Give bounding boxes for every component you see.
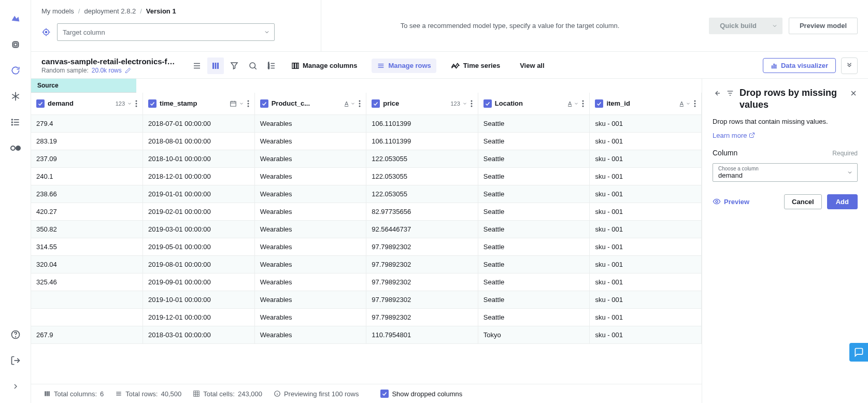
svg-rect-17 <box>212 63 214 69</box>
checkbox-checked-icon[interactable] <box>260 99 268 108</box>
column-menu-icon[interactable] <box>246 100 250 107</box>
search-icon[interactable] <box>245 57 261 74</box>
svg-rect-27 <box>292 63 294 68</box>
column-header[interactable]: price 123 <box>366 93 478 114</box>
manage-columns-button[interactable]: Manage columns <box>286 59 362 73</box>
table-cell: 2019-12-01 00:00:00 <box>143 308 255 326</box>
show-dropped-toggle[interactable]: Show dropped columns <box>380 390 462 398</box>
table-cell: sku - 001 <box>590 114 702 132</box>
breadcrumb-root[interactable]: My models <box>41 7 74 15</box>
svg-point-44 <box>247 103 249 104</box>
table-cell: sku - 001 <box>590 185 702 203</box>
more-menu-button[interactable] <box>841 57 858 74</box>
table-row[interactable]: 325.462019-09-01 00:00:00Wearables97.798… <box>31 273 702 291</box>
column-menu-icon[interactable] <box>358 100 362 107</box>
svg-point-13 <box>46 32 47 33</box>
table-cell: Seattle <box>478 203 590 220</box>
column-menu-icon[interactable] <box>581 100 585 107</box>
add-button[interactable]: Add <box>827 194 858 209</box>
grid-footer: Total columns: 6 Total rows: 40,500 Tota… <box>31 384 702 403</box>
source-tab[interactable]: Source <box>31 79 136 93</box>
table-row[interactable]: 237.092018-10-01 00:00:00Wearables122.05… <box>31 150 702 167</box>
table-cell: 283.19 <box>31 132 143 150</box>
checkbox-checked-icon[interactable] <box>372 99 380 108</box>
chip-icon[interactable] <box>9 38 22 51</box>
time-series-button[interactable]: Time series <box>446 59 505 73</box>
grid-view-icon[interactable] <box>207 57 224 74</box>
learn-more-link[interactable]: Learn more <box>713 132 858 139</box>
quick-build-button[interactable]: Quick build <box>709 18 767 34</box>
table-row[interactable]: 279.42018-07-01 00:00:00Wearables106.110… <box>31 114 702 132</box>
expand-nav-icon[interactable] <box>9 380 22 393</box>
column-header[interactable]: time_stamp <box>143 93 255 114</box>
table-row[interactable]: 320.042019-08-01 00:00:00Wearables97.798… <box>31 255 702 273</box>
help-icon[interactable] <box>9 328 22 341</box>
table-row[interactable]: 420.272019-02-01 00:00:00Wearables82.977… <box>31 203 702 220</box>
data-visualizer-button[interactable]: Data visualizer <box>763 58 836 73</box>
view-all-button[interactable]: View all <box>515 59 549 73</box>
total-columns: Total columns: 6 <box>44 390 104 398</box>
pencil-icon[interactable] <box>125 67 131 74</box>
table-cell: 2019-02-01 00:00:00 <box>143 203 255 220</box>
table-cell: Seattle <box>478 255 590 273</box>
table-cell: 2019-10-01 00:00:00 <box>143 291 255 308</box>
column-header[interactable]: Location A <box>478 93 590 114</box>
quick-build-dropdown[interactable] <box>767 18 782 34</box>
column-menu-icon[interactable] <box>693 100 697 107</box>
required-label: Required <box>832 150 858 157</box>
table-cell: Seattle <box>478 220 590 238</box>
table-cell: Wearables <box>254 238 366 255</box>
checkbox-checked-icon[interactable] <box>148 99 156 108</box>
side-panel: Drop rows by missing values Drop rows th… <box>702 79 868 403</box>
checkbox-checked-icon[interactable] <box>36 99 45 108</box>
manage-rows-button[interactable]: Manage rows <box>372 59 436 73</box>
list-icon[interactable] <box>9 116 22 128</box>
cancel-button[interactable]: Cancel <box>784 194 822 209</box>
close-icon[interactable] <box>849 89 858 97</box>
column-header[interactable]: demand 123 <box>31 93 143 114</box>
table-cell: Wearables <box>254 203 366 220</box>
column-header[interactable]: item_id A <box>590 93 702 114</box>
table-row[interactable]: 350.822019-03-01 00:00:00Wearables92.564… <box>31 220 702 238</box>
toggle-icon[interactable] <box>9 142 22 154</box>
table-cell: sku - 001 <box>590 308 702 326</box>
table-cell: 237.09 <box>31 150 143 167</box>
svg-point-20 <box>250 63 255 68</box>
back-icon[interactable] <box>713 89 721 97</box>
target-column-select[interactable]: Target column <box>57 23 275 41</box>
column-menu-icon[interactable] <box>134 100 138 107</box>
preview-button[interactable]: Preview <box>713 197 749 206</box>
filter-icon[interactable] <box>226 57 243 74</box>
numbered-list-icon[interactable]: 123 <box>263 57 280 74</box>
table-cell: 106.1101399 <box>366 132 478 150</box>
table-row[interactable]: 2019-10-01 00:00:00Wearables97.79892302S… <box>31 291 702 308</box>
chat-icon[interactable] <box>849 343 868 362</box>
column-header[interactable]: Product_c... A <box>254 93 366 114</box>
refresh-icon[interactable] <box>9 64 22 77</box>
checkbox-checked-icon[interactable] <box>483 99 492 108</box>
table-cell: 97.79892302 <box>366 273 478 291</box>
preview-model-button[interactable]: Preview model <box>789 18 858 34</box>
svg-rect-35 <box>775 65 776 68</box>
snowflake-icon[interactable] <box>9 90 22 103</box>
sample-value[interactable]: 20.0k rows <box>92 67 122 74</box>
table-row[interactable]: 314.552019-05-01 00:00:00Wearables97.798… <box>31 238 702 255</box>
column-select[interactable]: Choose a column demand <box>713 163 858 182</box>
table-cell <box>31 291 143 308</box>
table-row[interactable]: 267.92018-03-01 00:00:00Wearables110.795… <box>31 326 702 343</box>
breadcrumb-mid[interactable]: deployment 2.8.2 <box>84 7 136 15</box>
table-row[interactable]: 283.192018-08-01 00:00:00Wearables106.11… <box>31 132 702 150</box>
table-row[interactable]: 238.662019-01-01 00:00:00Wearables122.05… <box>31 185 702 203</box>
logout-icon[interactable] <box>9 354 22 367</box>
column-menu-icon[interactable] <box>469 100 474 107</box>
table-cell: sku - 001 <box>590 273 702 291</box>
total-cells: Total cells: 243,000 <box>193 390 262 398</box>
table-cell: 97.79892302 <box>366 255 478 273</box>
checkbox-checked-icon[interactable] <box>595 99 603 108</box>
logo-icon[interactable] <box>9 12 22 25</box>
filter-panel-icon[interactable] <box>726 89 734 97</box>
table-row[interactable]: 240.12018-12-01 00:00:00Wearables122.053… <box>31 167 702 185</box>
table-row[interactable]: 2019-12-01 00:00:00Wearables97.79892302S… <box>31 308 702 326</box>
list-view-icon[interactable] <box>189 57 205 74</box>
toolbar: canvas-sample-retail-electronics-fore...… <box>31 52 868 79</box>
